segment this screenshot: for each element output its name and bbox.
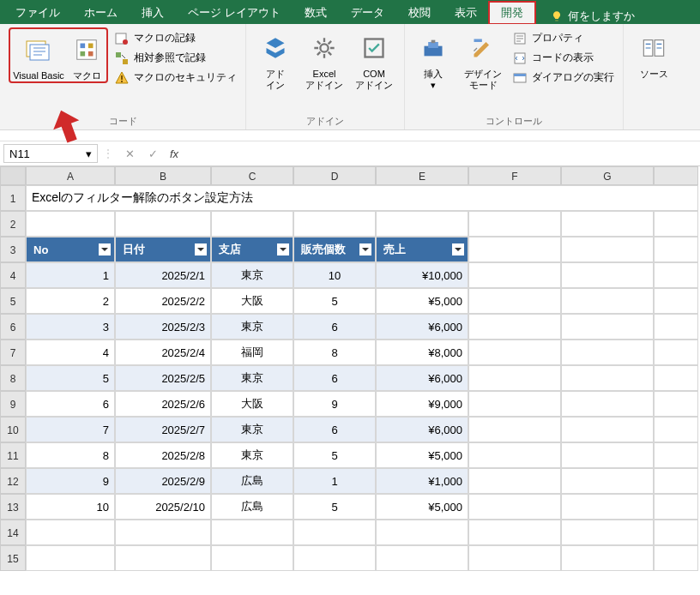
cell[interactable] — [561, 262, 654, 288]
cell[interactable]: 2025/2/3 — [115, 314, 211, 340]
row-header[interactable]: 3 — [0, 237, 26, 262]
cell[interactable]: 2025/2/4 — [115, 340, 211, 365]
cell[interactable] — [293, 545, 376, 571]
cancel-button[interactable]: ✕ — [125, 147, 135, 160]
cell[interactable]: 東京 — [211, 442, 293, 468]
cell[interactable] — [468, 417, 561, 442]
cell[interactable] — [654, 211, 698, 237]
row-header[interactable]: 2 — [0, 211, 26, 237]
tab-file[interactable]: ファイル — [3, 2, 72, 24]
col-header-end[interactable] — [654, 166, 698, 185]
cell[interactable] — [468, 237, 561, 262]
col-header-E[interactable]: E — [376, 166, 468, 185]
cell[interactable] — [468, 494, 561, 520]
cell[interactable]: ¥9,000 — [376, 391, 468, 417]
cell[interactable] — [561, 237, 654, 262]
cell[interactable]: 2025/2/6 — [115, 391, 211, 417]
row-header[interactable]: 8 — [0, 365, 26, 391]
cell[interactable] — [561, 520, 654, 545]
cell[interactable] — [293, 520, 376, 545]
cell[interactable]: ¥8,000 — [376, 340, 468, 365]
cell[interactable] — [115, 545, 211, 571]
cell[interactable] — [561, 442, 654, 468]
cell[interactable]: 大阪 — [211, 391, 293, 417]
cell[interactable]: 6 — [293, 314, 376, 340]
cell[interactable] — [376, 545, 468, 571]
cell[interactable] — [468, 442, 561, 468]
row-header[interactable]: 13 — [0, 494, 26, 520]
cell[interactable] — [376, 520, 468, 545]
cell[interactable]: 4 — [26, 340, 115, 365]
cell[interactable] — [26, 520, 115, 545]
row-header[interactable]: 14 — [0, 520, 26, 545]
row-header[interactable]: 1 — [0, 185, 26, 211]
cell[interactable] — [561, 211, 654, 237]
cell[interactable] — [376, 211, 468, 237]
row-header[interactable]: 7 — [0, 340, 26, 365]
source-button[interactable]: ソース — [632, 27, 675, 80]
cell[interactable]: 5 — [293, 442, 376, 468]
cell[interactable] — [468, 468, 561, 494]
cell[interactable] — [468, 391, 561, 417]
cell[interactable] — [468, 520, 561, 545]
row-header[interactable]: 6 — [0, 314, 26, 340]
cell[interactable] — [654, 468, 698, 494]
cell[interactable]: 10 — [26, 494, 115, 520]
relative-reference-button[interactable]: 相対参照で記録 — [115, 51, 237, 65]
col-header-F[interactable]: F — [468, 166, 561, 185]
cell[interactable] — [26, 545, 115, 571]
properties-button[interactable]: プロパティ — [513, 31, 614, 45]
cell[interactable] — [654, 391, 698, 417]
cell[interactable]: 1 — [26, 262, 115, 288]
col-header-B[interactable]: B — [115, 166, 211, 185]
formula-input[interactable] — [184, 144, 697, 163]
table-header-date[interactable]: 日付 — [115, 237, 211, 262]
cell[interactable]: 東京 — [211, 314, 293, 340]
name-box[interactable]: N11 ▾ — [3, 144, 98, 163]
filter-dropdown-icon[interactable] — [359, 243, 371, 255]
cell[interactable]: 広島 — [211, 494, 293, 520]
cell[interactable] — [115, 211, 211, 237]
cell[interactable]: 6 — [26, 391, 115, 417]
cell[interactable]: ¥1,000 — [376, 468, 468, 494]
cell[interactable]: 6 — [293, 365, 376, 391]
cell[interactable]: 5 — [293, 288, 376, 314]
cell[interactable] — [561, 340, 654, 365]
excel-addins-button[interactable]: Excel アドイン — [303, 27, 346, 91]
cell[interactable] — [561, 314, 654, 340]
cell[interactable] — [468, 262, 561, 288]
cell[interactable]: 2025/2/7 — [115, 417, 211, 442]
cell[interactable] — [468, 211, 561, 237]
cell[interactable]: ¥10,000 — [376, 262, 468, 288]
cell[interactable]: 5 — [26, 365, 115, 391]
cell[interactable] — [561, 494, 654, 520]
enter-button[interactable]: ✓ — [148, 147, 158, 160]
row-header[interactable]: 15 — [0, 545, 26, 571]
cell[interactable] — [654, 340, 698, 365]
cell[interactable] — [654, 314, 698, 340]
cell[interactable]: 2025/2/9 — [115, 468, 211, 494]
cell[interactable]: 2025/2/8 — [115, 442, 211, 468]
row-header[interactable]: 10 — [0, 417, 26, 442]
cell[interactable] — [654, 442, 698, 468]
tab-home[interactable]: ホーム — [72, 2, 130, 24]
cell[interactable] — [468, 340, 561, 365]
row-header[interactable]: 11 — [0, 442, 26, 468]
run-dialog-button[interactable]: ダイアログの実行 — [513, 70, 614, 85]
cell[interactable]: ¥5,000 — [376, 442, 468, 468]
design-mode-button[interactable]: デザイン モード — [460, 27, 506, 91]
cell[interactable]: 3 — [26, 314, 115, 340]
cell[interactable]: 2 — [26, 288, 115, 314]
col-header-G[interactable]: G — [561, 166, 654, 185]
cell[interactable]: 7 — [26, 417, 115, 442]
cell[interactable] — [561, 288, 654, 314]
tab-review[interactable]: 校閲 — [396, 2, 443, 24]
macros-button[interactable]: マクロ — [67, 29, 106, 81]
macro-security-button[interactable]: マクロのセキュリティ — [115, 70, 237, 85]
cell[interactable]: 東京 — [211, 417, 293, 442]
cell[interactable] — [561, 391, 654, 417]
com-addins-button[interactable]: COM アドイン — [353, 27, 395, 91]
fx-icon[interactable]: fx — [170, 147, 178, 160]
cell[interactable] — [468, 288, 561, 314]
cell[interactable] — [654, 288, 698, 314]
